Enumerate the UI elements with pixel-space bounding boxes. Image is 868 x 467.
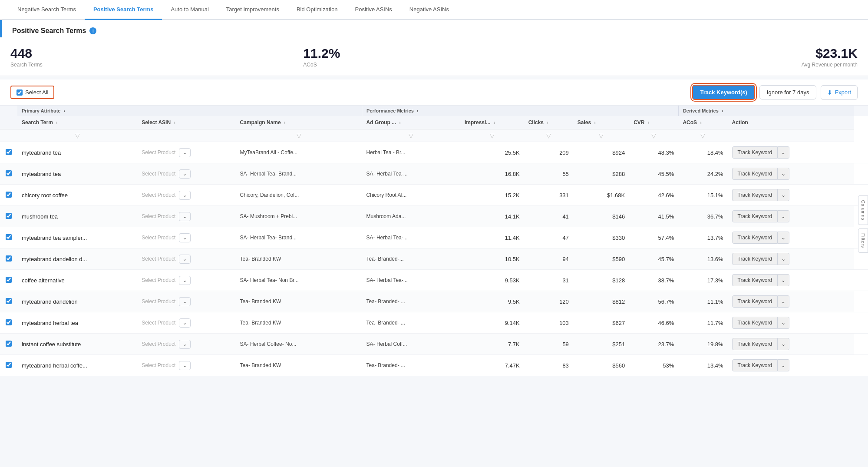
row-action[interactable]: Track Keyword ⌄ (728, 334, 854, 355)
row-select-asin[interactable]: Select Product ⌄ (137, 185, 235, 206)
filter-icon-cvr[interactable]: ▽ (651, 132, 656, 139)
row-select-cell[interactable] (0, 312, 17, 334)
filter-icon-sales[interactable]: ▽ (599, 132, 604, 139)
track-keyword-dropdown-button[interactable]: ⌄ (778, 317, 789, 329)
row-action[interactable]: Track Keyword ⌄ (728, 163, 854, 185)
row-checkbox[interactable] (6, 319, 12, 325)
asin-dropdown-btn[interactable]: ⌄ (179, 318, 191, 328)
row-checkbox[interactable] (6, 277, 12, 283)
row-checkbox[interactable] (6, 192, 12, 198)
track-keyword-button[interactable]: Track Keyword (732, 253, 778, 265)
track-keyword-button[interactable]: Track Keyword (732, 232, 778, 244)
asin-dropdown-btn[interactable]: ⌄ (179, 361, 191, 370)
filter-icon-acos[interactable]: ▽ (700, 132, 705, 139)
asin-dropdown-btn[interactable]: ⌄ (179, 169, 191, 179)
col-header-cvr[interactable]: CVR ↕ (629, 116, 678, 129)
asin-dropdown-btn[interactable]: ⌄ (179, 297, 191, 306)
row-select-asin[interactable]: Select Product ⌄ (137, 334, 235, 355)
track-keyword-button[interactable]: Track Keyword (732, 359, 778, 371)
tab-positive-search-terms[interactable]: Positive Search Terms (85, 0, 162, 20)
filter-icon-search-term[interactable]: ▽ (75, 132, 80, 139)
row-select-asin[interactable]: Select Product ⌄ (137, 312, 235, 334)
track-keyword-dropdown-button[interactable]: ⌄ (778, 210, 789, 222)
row-checkbox[interactable] (6, 170, 12, 176)
row-select-cell[interactable] (0, 270, 17, 291)
asin-dropdown-btn[interactable]: ⌄ (179, 148, 191, 157)
track-keyword-dropdown-button[interactable]: ⌄ (778, 146, 789, 159)
row-select-asin[interactable]: Select Product ⌄ (137, 355, 235, 376)
ignore-7-days-button[interactable]: Ignore for 7 days (759, 85, 817, 99)
tab-bid-optimization[interactable]: Bid Optimization (288, 0, 347, 20)
asin-dropdown-btn[interactable]: ⌄ (179, 340, 191, 349)
columns-side-button[interactable]: Columns (858, 195, 868, 225)
row-checkbox[interactable] (6, 234, 12, 240)
row-select-cell[interactable] (0, 227, 17, 248)
track-keyword-dropdown-button[interactable]: ⌄ (778, 338, 789, 350)
row-select-cell[interactable] (0, 163, 17, 185)
col-header-select-asin[interactable]: Select ASIN ↕ (137, 116, 235, 129)
track-keyword-button[interactable]: Track Keyword (732, 189, 778, 201)
track-keyword-button[interactable]: Track Keyword (732, 168, 778, 180)
row-checkbox[interactable] (6, 213, 12, 219)
col-header-ad-group[interactable]: Ad Group ... ↕ (362, 116, 460, 129)
row-select-cell[interactable] (0, 291, 17, 312)
row-select-asin[interactable]: Select Product ⌄ (137, 206, 235, 227)
track-keyword-dropdown-button[interactable]: ⌄ (778, 189, 789, 201)
track-keyword-dropdown-button[interactable]: ⌄ (778, 232, 789, 244)
row-select-cell[interactable] (0, 355, 17, 376)
tab-negative-search-terms[interactable]: Negative Search Terms (9, 0, 85, 20)
row-checkbox[interactable] (6, 149, 12, 155)
row-checkbox[interactable] (6, 298, 12, 304)
row-action[interactable]: Track Keyword ⌄ (728, 355, 854, 376)
track-keyword-button[interactable]: Track Keyword (732, 338, 778, 350)
row-action[interactable]: Track Keyword ⌄ (728, 227, 854, 248)
asin-dropdown-btn[interactable]: ⌄ (179, 276, 191, 285)
select-all-container[interactable]: Select All (10, 86, 54, 99)
select-all-checkbox[interactable] (17, 89, 23, 96)
row-action[interactable]: Track Keyword ⌄ (728, 248, 854, 270)
track-keyword-dropdown-button[interactable]: ⌄ (778, 295, 789, 308)
filter-icon-campaign[interactable]: ▽ (297, 132, 301, 139)
track-keyword-dropdown-button[interactable]: ⌄ (778, 274, 789, 286)
row-action[interactable]: Track Keyword ⌄ (728, 142, 854, 163)
row-action[interactable]: Track Keyword ⌄ (728, 291, 854, 312)
asin-dropdown-btn[interactable]: ⌄ (179, 233, 191, 242)
track-keyword-button[interactable]: Track Keyword (732, 146, 778, 159)
row-checkbox[interactable] (6, 362, 12, 368)
row-select-cell[interactable] (0, 248, 17, 270)
row-select-cell[interactable] (0, 142, 17, 163)
asin-dropdown-btn[interactable]: ⌄ (179, 191, 191, 200)
track-keyword-button[interactable]: Track Keyword (732, 317, 778, 329)
track-keyword-dropdown-button[interactable]: ⌄ (778, 253, 789, 265)
row-select-cell[interactable] (0, 185, 17, 206)
track-keyword-dropdown-button[interactable]: ⌄ (778, 168, 789, 180)
col-header-impressions[interactable]: Impressi... ↓ (460, 116, 524, 129)
row-checkbox[interactable] (6, 341, 12, 347)
tab-negative-asins[interactable]: Negative ASINs (401, 0, 458, 20)
export-button[interactable]: ⬇ Export (821, 85, 858, 100)
col-header-acos[interactable]: ACoS ↕ (678, 116, 727, 129)
filter-icon-ad-group[interactable]: ▽ (409, 132, 413, 139)
row-checkbox[interactable] (6, 255, 12, 262)
row-select-asin[interactable]: Select Product ⌄ (137, 142, 235, 163)
row-action[interactable]: Track Keyword ⌄ (728, 206, 854, 227)
filters-side-button[interactable]: Filters (858, 229, 868, 253)
row-select-asin[interactable]: Select Product ⌄ (137, 227, 235, 248)
row-select-asin[interactable]: Select Product ⌄ (137, 163, 235, 185)
col-header-campaign-name[interactable]: Campaign Name ↕ (236, 116, 362, 129)
track-keyword-button[interactable]: Track Keyword (732, 210, 778, 222)
track-keyword-button[interactable]: Track Keyword (732, 295, 778, 308)
col-header-clicks[interactable]: Clicks ↕ (524, 116, 573, 129)
col-header-search-term[interactable]: Search Term ↕ (17, 116, 137, 129)
row-action[interactable]: Track Keyword ⌄ (728, 312, 854, 334)
col-header-sales[interactable]: Sales ↕ (573, 116, 629, 129)
row-select-asin[interactable]: Select Product ⌄ (137, 270, 235, 291)
row-action[interactable]: Track Keyword ⌄ (728, 270, 854, 291)
tab-positive-asins[interactable]: Positive ASINs (347, 0, 401, 20)
filter-icon-clicks[interactable]: ▽ (546, 132, 551, 139)
track-keyword-button[interactable]: Track Keyword (732, 274, 778, 286)
row-select-asin[interactable]: Select Product ⌄ (137, 291, 235, 312)
tab-auto-to-manual[interactable]: Auto to Manual (162, 0, 217, 20)
filter-icon-impressions[interactable]: ▽ (490, 132, 495, 139)
row-action[interactable]: Track Keyword ⌄ (728, 185, 854, 206)
